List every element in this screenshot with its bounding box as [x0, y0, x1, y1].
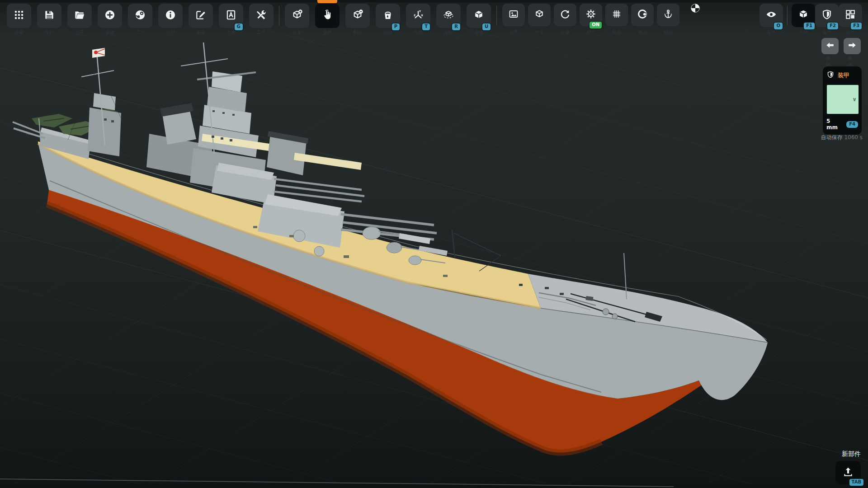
tools-icon [255, 9, 267, 23]
naval-ensign-flag [92, 48, 105, 58]
toolbar-divider [787, 6, 788, 26]
shortcut-badge: U [482, 23, 491, 30]
toolbar-divider [279, 6, 279, 26]
steam-icon [134, 9, 146, 23]
toolbar-button-cube-add[interactable]: 添加 [285, 4, 309, 28]
shortcut-badge: P [392, 23, 400, 30]
upload-icon [842, 466, 854, 479]
undo-button[interactable]: 撤销 [821, 38, 839, 54]
edit-icon [195, 9, 207, 23]
armor-thickness-value: 5 mm [826, 118, 843, 131]
center-of-mass-icon [690, 3, 700, 13]
toolbar-button-image[interactable]: 背景 [502, 4, 525, 26]
cube-add-icon [291, 9, 303, 23]
toolbar-button-blocks[interactable]: 部件F3 [839, 4, 862, 27]
toolbar-button-scale-cube[interactable]: 缩放U [467, 4, 491, 28]
armor-panel-title: 装甲 [838, 71, 849, 80]
toolbar-button-cube-remove[interactable]: 删除 [345, 4, 370, 28]
toolbar-button-tools[interactable]: 工具 [249, 4, 274, 28]
toolbar-group-build: 添加选择删除涂装PYZX移动T旋转R缩放U [285, 4, 491, 28]
toolbar-button-paint-bucket[interactable]: 涂装P [376, 4, 400, 28]
toolbar-button-grid-menu[interactable]: 菜单 [7, 4, 31, 28]
editor-window: 菜单保存打开新建工坊信息编辑文本G工具添加选择删除涂装PYZX移动T旋转R缩放U… [0, 0, 868, 488]
toolbar-button-rotate-ccw[interactable]: 镜像 [554, 4, 576, 26]
chevron-down-icon: ∨ [852, 96, 857, 103]
redo-button[interactable]: 重做 [844, 38, 861, 54]
shortcut-badge: F2 [827, 23, 838, 29]
text-box-icon [225, 9, 237, 23]
armor-shortcut-badge: F4 [846, 121, 858, 128]
ground-grid [0, 0, 868, 488]
new-plus-icon [104, 9, 116, 23]
new-part-label: 新部件 [842, 450, 861, 458]
armor-color-swatch[interactable]: ∨ [826, 84, 859, 114]
toolbar-group-scene: 背景外壳镜像模式ON网格辅助锚定 [502, 4, 679, 26]
shield-icon [821, 9, 833, 22]
rotate-cube-icon [443, 9, 454, 23]
toolbar-button-eye[interactable]: 视角O [760, 4, 783, 27]
arrow-left-icon [825, 40, 835, 52]
main-toolbar: 菜单保存打开新建工坊信息编辑文本G工具添加选择删除涂装PYZX移动T旋转R缩放U… [7, 4, 679, 28]
svg-text:Y: Y [419, 9, 421, 13]
blocks-icon [844, 9, 856, 22]
rotate-ccw-icon [560, 9, 571, 21]
shortcut-badge: G [235, 23, 243, 30]
toolbar-button-edit[interactable]: 编辑 [189, 4, 213, 28]
svg-text:X: X [421, 14, 423, 17]
cube-remove-icon [352, 9, 363, 23]
folder-open-icon [74, 9, 85, 23]
shortcut-badge: O [774, 23, 783, 29]
toolbar-button-move-axes[interactable]: YZX移动T [406, 4, 430, 28]
shortcut-badge: R [452, 23, 460, 30]
ship-model[interactable] [13, 42, 768, 453]
move-axes-icon: YZX [412, 9, 424, 23]
toolbar-button-cube-solid[interactable]: 方块F1 [792, 4, 815, 27]
toolbar-group-file: 菜单保存打开新建工坊信息编辑文本G工具 [7, 4, 274, 28]
autosave-value: 1060 s [844, 134, 863, 141]
toolbar-button-anchor[interactable]: 锚定 [657, 4, 679, 26]
viewport-3d[interactable] [0, 0, 868, 488]
shortcut-badge: T [422, 23, 430, 30]
cube-outline-icon [534, 9, 545, 21]
toolbar-divider [496, 6, 497, 26]
image-icon [508, 9, 519, 21]
view-mode-toolbar: 视角O方块F1装甲F2部件F3 [760, 4, 862, 27]
autosave-label: 自动保存 [821, 134, 843, 141]
svg-text:Z: Z [414, 14, 416, 17]
scale-cube-icon [473, 9, 485, 23]
floor-edge [0, 484, 868, 488]
toolbar-button-ring-cube[interactable]: 辅助 [631, 4, 654, 26]
toolbar-button-save[interactable]: 保存 [37, 4, 61, 28]
cube-solid-icon [797, 9, 809, 22]
window-top-trim [0, 0, 868, 2]
toolbar-button-gear[interactable]: 模式ON [580, 4, 602, 26]
armor-panel: 装甲 ∨ 5 mm F4 [823, 66, 862, 135]
history-controls: 撤销 重做 [821, 38, 861, 54]
shortcut-badge: F1 [804, 23, 815, 29]
toolbar-button-new-plus[interactable]: 新建 [98, 4, 122, 28]
anchor-icon [663, 9, 674, 21]
toolbar-button-folder-open[interactable]: 打开 [67, 4, 92, 28]
toolbar-button-text-box[interactable]: 文本G [219, 4, 243, 28]
shield-icon [826, 70, 835, 80]
ring-cube-icon [637, 9, 648, 21]
toolbar-button-cube-outline[interactable]: 外壳 [528, 4, 551, 26]
grid-menu-icon [13, 9, 25, 23]
grid-icon [611, 9, 622, 21]
toolbar-button-hand-select[interactable]: 选择 [315, 4, 340, 28]
info-icon [165, 9, 176, 23]
autosave-status: 自动保存 1060 s [821, 134, 863, 141]
gear-icon [585, 9, 596, 21]
shortcut-badge: ON [590, 22, 602, 28]
arrow-right-icon [847, 40, 857, 52]
active-tool-indicator [317, 0, 337, 3]
new-part-button[interactable]: TAB [835, 461, 861, 484]
eye-icon [765, 9, 777, 22]
toolbar-button-shield[interactable]: 装甲F2 [815, 4, 839, 27]
paint-bucket-icon [382, 9, 394, 23]
toolbar-button-info[interactable]: 信息 [158, 4, 183, 28]
toolbar-button-rotate-cube[interactable]: 旋转R [436, 4, 461, 28]
toolbar-button-steam[interactable]: 工坊 [128, 4, 152, 28]
hand-select-icon [321, 9, 333, 23]
toolbar-button-grid[interactable]: 网格 [605, 4, 628, 26]
